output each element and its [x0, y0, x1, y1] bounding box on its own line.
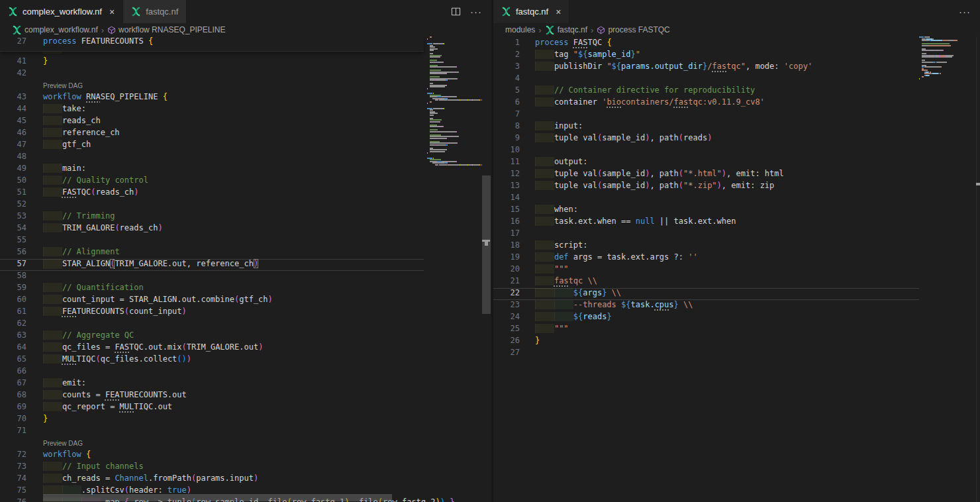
code-line-73[interactable]: 73 // Input channels	[0, 462, 424, 474]
code-line-62[interactable]: 62	[0, 319, 424, 330]
tab-fastqc.nf[interactable]: fastqc.nf	[123, 0, 187, 23]
code-line-74[interactable]: 74 ch_reads = Channel.fromPath(params.in…	[0, 474, 424, 485]
code-line-23[interactable]: 23 --threads ${task.cpus} \\	[493, 300, 919, 312]
code-line-51[interactable]: 51 FASTQC(reads_ch)	[0, 187, 424, 199]
breadcrumb-item[interactable]: modules	[505, 25, 535, 34]
close-tab-icon[interactable]: ×	[556, 7, 561, 17]
code-line-11[interactable]: 11 output:	[493, 157, 919, 169]
code-line-9[interactable]: 9 tuple val(sample_id), path(reads)	[493, 133, 919, 145]
code-line-55[interactable]: 55	[0, 235, 424, 247]
line-content: tuple val(sample_id), path("*.zip"), emi…	[535, 181, 919, 190]
codelens-link[interactable]: Preview DAG	[0, 80, 424, 92]
code-line-58[interactable]: 58	[0, 271, 424, 283]
code-line-25[interactable]: 25 """	[493, 324, 919, 336]
code-line-56[interactable]: 56 // Alignment	[0, 247, 424, 259]
code-line-50[interactable]: 50 // Quality control	[0, 176, 424, 187]
code-line-47[interactable]: 47 gtf_ch	[0, 140, 424, 152]
indent-guide	[43, 223, 62, 232]
code-line-65[interactable]: 65 MULTIQC(qc_files.collect())	[0, 354, 424, 366]
code-line-12[interactable]: 12 tuple val(sample_id), path("*.html"),…	[493, 169, 919, 181]
editor-left[interactable]: 40 """41}42Preview DAG43workflow RNASEQ_…	[0, 36, 491, 502]
code-line-43[interactable]: 43workflow RNASEQ_PIPELINE {	[0, 92, 424, 104]
code-line-7[interactable]: 7	[493, 109, 919, 121]
code-line-4[interactable]: 4	[493, 74, 919, 85]
breadcrumb-item[interactable]: process FASTQC	[597, 25, 669, 34]
code-line-3[interactable]: 3 publishDir "${params.output_dir}/fastq…	[493, 62, 919, 74]
code-line-16[interactable]: 16 task.ext.when == null || task.ext.whe…	[493, 217, 919, 228]
code-line-18[interactable]: 18 script:	[493, 240, 919, 252]
code-line-67[interactable]: 67 emit:	[0, 378, 424, 390]
code-area-right[interactable]: 1process FASTQC {2 tag "${sample_id}"3 p…	[493, 38, 919, 360]
breadcrumb-item[interactable]: complex_workflow.nf	[12, 25, 98, 35]
line-number: 45	[0, 116, 26, 125]
code-line-45[interactable]: 45 reads_ch	[0, 116, 424, 128]
horizontal-scrollbar-left[interactable]	[43, 494, 392, 501]
breadcrumb-item[interactable]: fastqc.nf	[545, 25, 587, 35]
code-line-70[interactable]: 70}	[0, 414, 424, 426]
code-line-5[interactable]: 5 // Container directive for reproducibi…	[493, 85, 919, 97]
code-line-59[interactable]: 59 // Quantification	[0, 283, 424, 295]
line-content: }	[43, 56, 424, 66]
editor-right[interactable]: 1process FASTQC {2 tag "${sample_id}"3 p…	[493, 36, 980, 502]
code-line-41[interactable]: 41}	[0, 56, 424, 68]
close-tab-icon[interactable]: ×	[109, 7, 115, 17]
code-line-1[interactable]: 1process FASTQC {	[493, 38, 919, 50]
breadcrumb-item[interactable]: workflow RNASEQ_PIPELINE	[107, 25, 225, 34]
tab-complex_workflow.nf[interactable]: complex_workflow.nf×	[0, 0, 123, 23]
code-line-19[interactable]: 19 def args = task.ext.args ?: ''	[493, 252, 919, 264]
code-line-72[interactable]: 72workflow {	[0, 450, 424, 462]
indent-guide	[43, 104, 62, 113]
sticky-scroll-header[interactable]: 27process FEATURECOUNTS {	[0, 36, 424, 52]
code-line-68[interactable]: 68 counts = FEATURECOUNTS.out	[0, 390, 424, 402]
code-line-53[interactable]: 53 // Trimming	[0, 211, 424, 223]
code-line-69[interactable]: 69 qc_report = MULTIQC.out	[0, 402, 424, 414]
indent-guide	[43, 247, 62, 256]
code-line-61[interactable]: 61 FEATURECOUNTS(count_input)	[0, 307, 424, 319]
code-line-60[interactable]: 60 count_input = STAR_ALIGN.out.combine(…	[0, 295, 424, 307]
code-line-27[interactable]: 27	[493, 348, 919, 360]
code-line-22[interactable]: 22 ${args} \\	[493, 288, 919, 300]
code-line-8[interactable]: 8 input:	[493, 121, 919, 133]
line-number: 49	[0, 164, 26, 173]
code-line-26[interactable]: 26}	[493, 336, 919, 348]
code-line-2[interactable]: 2 tag "${sample_id}"	[493, 50, 919, 62]
tab-fastqc.nf[interactable]: fastqc.nf×	[493, 0, 569, 23]
minimap-right[interactable]	[919, 36, 965, 466]
code-line-14[interactable]: 14	[493, 193, 919, 205]
code-line-49[interactable]: 49 main:	[0, 164, 424, 176]
code-line-44[interactable]: 44 take:	[0, 104, 424, 116]
code-line-21[interactable]: 21 fastqc \\	[493, 276, 919, 288]
line-number: 53	[0, 211, 26, 221]
code-line-66[interactable]: 66	[0, 366, 424, 378]
code-line-24[interactable]: 24 ${reads}	[493, 312, 919, 324]
code-line-10[interactable]: 10	[493, 145, 919, 157]
code-line-64[interactable]: 64 qc_files = FASTQC.out.mix(TRIM_GALORE…	[0, 342, 424, 354]
code-line-27[interactable]: 27process FEATURECOUNTS {	[0, 36, 424, 48]
code-line-17[interactable]: 17	[493, 228, 919, 240]
tab-label: fastqc.nf	[146, 7, 178, 17]
code-line-46[interactable]: 46 reference_ch	[0, 128, 424, 140]
line-number: 41	[0, 56, 26, 66]
line-content: container 'biocontainers/fastqc:v0.11.9_…	[535, 97, 919, 107]
codelens-link[interactable]: Preview DAG	[0, 438, 424, 450]
code-line-15[interactable]: 15 when:	[493, 205, 919, 217]
code-line-63[interactable]: 63 // Aggregate QC	[0, 330, 424, 342]
more-actions-icon[interactable]: ···	[470, 7, 482, 17]
code-line-52[interactable]: 52	[0, 199, 424, 211]
line-content: count_input = STAR_ALIGN.out.combine(gtf…	[43, 295, 424, 304]
indent-guide	[43, 485, 62, 495]
code-area-left[interactable]: 40 """41}42Preview DAG43workflow RNASEQ_…	[0, 44, 424, 502]
code-line-54[interactable]: 54 TRIM_GALORE(reads_ch)	[0, 223, 424, 235]
more-actions-icon[interactable]: ···	[959, 7, 971, 17]
indent-guide	[535, 85, 554, 95]
code-line-48[interactable]: 48	[0, 152, 424, 164]
code-line-71[interactable]: 71	[0, 426, 424, 438]
code-line-6[interactable]: 6 container 'biocontainers/fastqc:v0.11.…	[493, 97, 919, 109]
code-line-13[interactable]: 13 tuple val(sample_id), path("*.zip"), …	[493, 181, 919, 193]
split-editor-icon[interactable]	[451, 7, 461, 17]
minimap-left[interactable]	[427, 36, 482, 466]
line-number: 70	[0, 414, 26, 423]
code-line-20[interactable]: 20 """	[493, 264, 919, 276]
code-line-57[interactable]: 57 STAR_ALIGN(TRIM_GALORE.out, reference…	[0, 259, 424, 271]
code-line-42[interactable]: 42	[0, 68, 424, 80]
